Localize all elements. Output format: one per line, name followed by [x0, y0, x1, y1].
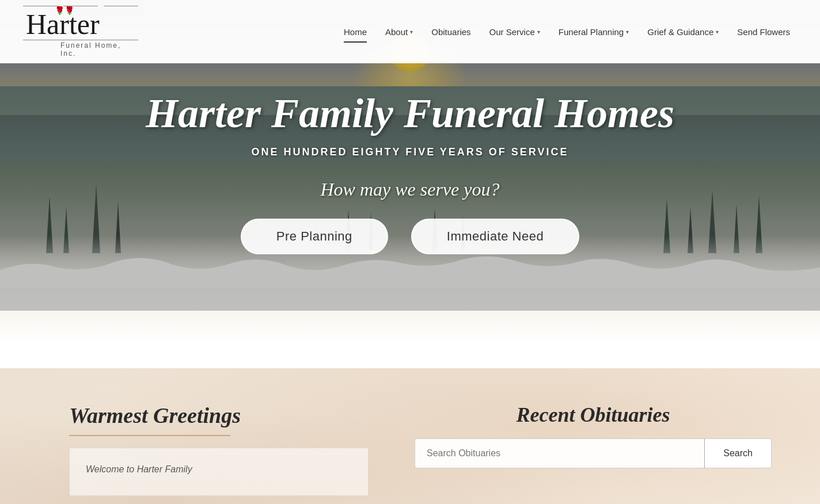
- header: 🌹🌹 Harter Funeral Home, Inc. Home About …: [0, 0, 820, 63]
- nav-funeral-planning[interactable]: Funeral Planning ▾: [552, 22, 636, 41]
- search-row: Search: [415, 438, 772, 468]
- search-button[interactable]: Search: [704, 438, 772, 468]
- chevron-down-icon: ▾: [716, 29, 719, 35]
- pre-planning-button[interactable]: Pre Planning: [241, 219, 388, 254]
- chevron-down-icon: ▾: [626, 29, 629, 35]
- left-column: Warmest Greetings Welcome to Harter Fami…: [69, 403, 369, 496]
- right-column: Recent Obituaries Search: [415, 403, 772, 496]
- nav-grief-guidance[interactable]: Grief & Guidance ▾: [640, 22, 726, 41]
- hero-subtitle: ONE HUNDRED EIGHTY FIVE YEARS OF SERVICE: [251, 146, 568, 158]
- logo-subtitle: Funeral Home, Inc.: [23, 40, 138, 58]
- nav-home[interactable]: Home: [337, 22, 374, 41]
- white-gap: [0, 311, 820, 368]
- immediate-need-button[interactable]: Immediate Need: [411, 219, 579, 254]
- logo-area: 🌹🌹 Harter Funeral Home, Inc.: [23, 6, 144, 58]
- search-obituaries-input[interactable]: [415, 438, 704, 468]
- nav-obituaries[interactable]: Obituaries: [424, 22, 477, 41]
- main-nav: Home About ▾ Obituaries Our Service ▾ Fu…: [337, 22, 797, 41]
- chevron-down-icon: ▾: [410, 29, 413, 35]
- greetings-underline: [69, 435, 230, 436]
- chevron-down-icon: ▾: [537, 29, 540, 35]
- logo-script: Harter: [23, 6, 144, 37]
- content-inner: Warmest Greetings Welcome to Harter Fami…: [0, 368, 820, 504]
- nav-about[interactable]: About ▾: [378, 22, 420, 41]
- nav-our-service[interactable]: Our Service ▾: [483, 22, 547, 41]
- obituaries-title: Recent Obituaries: [415, 403, 772, 427]
- welcome-box-title: Welcome to Harter Family: [86, 462, 352, 477]
- hero-title: Harter Family Funeral Homes: [146, 91, 674, 136]
- content-section: Warmest Greetings Welcome to Harter Fami…: [0, 368, 820, 504]
- greetings-title: Warmest Greetings: [69, 403, 369, 428]
- hero-question: How may we serve you?: [320, 179, 499, 200]
- welcome-box: Welcome to Harter Family: [69, 448, 369, 496]
- hero-buttons: Pre Planning Immediate Need: [241, 219, 579, 254]
- nav-send-flowers[interactable]: Send Flowers: [730, 22, 797, 41]
